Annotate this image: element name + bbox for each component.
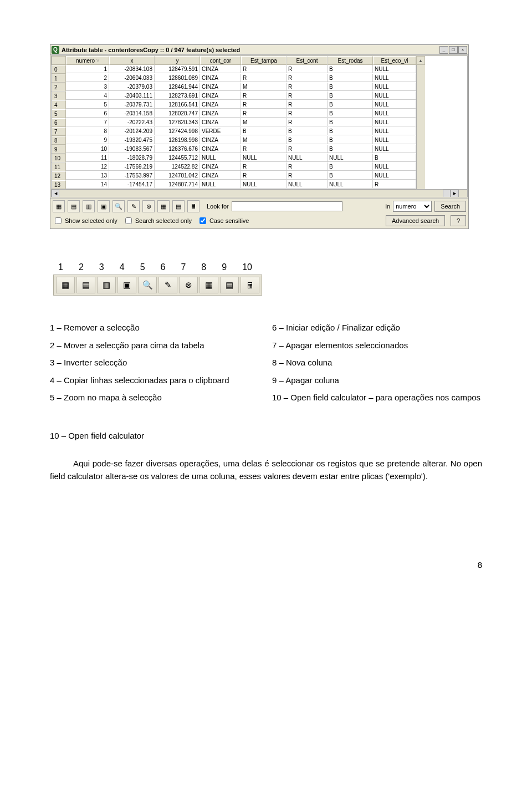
cell[interactable]: R <box>373 180 416 189</box>
cell[interactable]: 128479.591 <box>155 65 200 73</box>
cell[interactable]: B <box>328 83 373 91</box>
cell[interactable]: CINZA <box>200 171 241 180</box>
toolbar-button-10-icon[interactable]: 🖩 <box>241 277 259 293</box>
cell[interactable]: 7 <box>66 118 109 126</box>
cell[interactable]: CINZA <box>200 109 241 118</box>
cell[interactable]: R <box>241 65 287 73</box>
vscroll-track[interactable] <box>416 136 425 145</box>
row-header[interactable]: 10 <box>52 154 66 162</box>
cell[interactable]: R <box>287 162 328 171</box>
cell[interactable]: 126376.676 <box>155 145 200 153</box>
row-header[interactable]: 11 <box>52 162 66 171</box>
toolbar-button-3-icon[interactable]: ▥ <box>97 277 116 293</box>
cell[interactable]: 3 <box>66 83 109 91</box>
col-header[interactable]: cont_cor <box>200 56 241 65</box>
cell[interactable]: R <box>287 145 328 153</box>
scroll-left-button[interactable]: ◀ <box>52 190 59 197</box>
cell[interactable]: NULL <box>373 109 416 118</box>
cell[interactable]: 12 <box>66 162 109 171</box>
toolbar-button-1-icon[interactable]: ▦ <box>56 277 75 293</box>
tool-calculator-icon[interactable]: 🖩 <box>187 200 200 212</box>
table-row[interactable]: 12-20604.033128601.089CINZARRBNULL <box>52 74 467 83</box>
cell[interactable]: NULL <box>241 154 287 162</box>
vscroll-track[interactable] <box>416 92 425 100</box>
window-minimize-button[interactable]: _ <box>439 46 448 54</box>
cell[interactable]: 10 <box>66 145 109 153</box>
horizontal-scrollbar[interactable]: ◀ ▶ <box>52 189 467 197</box>
vscroll-track[interactable] <box>416 127 425 136</box>
cell[interactable]: R <box>287 83 328 91</box>
table-row[interactable]: 67-20222.43127820.343CINZAMRBNULL <box>52 118 467 127</box>
cell[interactable]: -17454.17 <box>109 180 155 189</box>
cell[interactable]: B <box>328 92 373 100</box>
cell[interactable]: 124807.714 <box>155 180 200 189</box>
cell[interactable]: 2 <box>66 74 109 82</box>
cell[interactable]: R <box>287 65 328 73</box>
cell[interactable]: NULL <box>373 65 416 73</box>
window-close-button[interactable]: × <box>458 46 467 54</box>
cell[interactable]: R <box>287 118 328 126</box>
cell[interactable]: CINZA <box>200 118 241 126</box>
vscroll-track[interactable] <box>416 162 425 171</box>
cell[interactable]: B <box>241 127 287 135</box>
cell[interactable]: R <box>287 109 328 118</box>
cell[interactable]: 13 <box>66 171 109 180</box>
tool-invert-icon[interactable]: ▥ <box>83 200 95 212</box>
cell[interactable]: 128461.944 <box>155 83 200 91</box>
cell[interactable]: B <box>328 162 373 171</box>
vscroll-track[interactable] <box>416 180 425 189</box>
col-header[interactable]: Est_cont <box>287 56 328 65</box>
vscroll-track[interactable] <box>416 83 425 92</box>
cell[interactable]: -18028.79 <box>109 154 155 162</box>
cell[interactable]: NULL <box>287 180 328 189</box>
cell[interactable]: NULL <box>328 154 373 162</box>
row-header[interactable]: 9 <box>52 145 66 154</box>
cell[interactable]: R <box>241 74 287 82</box>
cell[interactable]: 9 <box>66 136 109 144</box>
cell[interactable]: -20604.033 <box>109 74 155 82</box>
cell[interactable]: R <box>241 109 287 118</box>
cell[interactable]: VERDE <box>200 127 241 135</box>
cell[interactable]: B <box>328 74 373 82</box>
search-button[interactable]: Search <box>434 201 466 212</box>
cell[interactable]: -17569.219 <box>109 162 155 171</box>
row-header[interactable]: 3 <box>52 92 66 100</box>
table-row[interactable]: 1112-17569.219124522.82CINZARRBNULL <box>52 162 467 171</box>
tool-copy-icon[interactable]: ▣ <box>98 200 110 212</box>
table-row[interactable]: 910-19083.567126376.676CINZARRBNULL <box>52 145 467 154</box>
col-header[interactable]: Est_tampa <box>241 56 287 65</box>
cell[interactable]: CINZA <box>200 162 241 171</box>
cell[interactable]: 128273.691 <box>155 92 200 100</box>
row-header[interactable]: 1 <box>52 74 66 83</box>
cell[interactable]: -17553.997 <box>109 171 155 180</box>
cell[interactable]: NULL <box>200 180 241 189</box>
cell[interactable]: 124455.712 <box>155 154 200 162</box>
col-header[interactable]: x <box>109 56 155 65</box>
cell[interactable]: R <box>287 171 328 180</box>
window-maximize-button[interactable]: □ <box>449 46 458 54</box>
cell[interactable]: NULL <box>373 83 416 91</box>
scroll-up-button[interactable]: ▲ <box>416 56 425 65</box>
table-row[interactable]: 23-20379.03128461.944CINZAMRBNULL <box>52 83 467 92</box>
advanced-search-button[interactable]: Advanced search <box>386 215 445 226</box>
row-header[interactable]: 4 <box>52 100 66 109</box>
cell[interactable]: B <box>328 118 373 126</box>
cell[interactable]: 128166.541 <box>155 100 200 109</box>
help-button[interactable]: ? <box>451 215 466 226</box>
cell[interactable]: B <box>328 65 373 73</box>
cell[interactable]: M <box>241 136 287 144</box>
vscroll-track[interactable] <box>416 109 425 118</box>
cell[interactable]: NULL <box>373 136 416 144</box>
cell[interactable]: R <box>287 92 328 100</box>
cell[interactable]: NULL <box>373 100 416 109</box>
search-selected-checkbox[interactable]: Search selected only <box>123 216 192 226</box>
cell[interactable]: 6 <box>66 109 109 118</box>
col-header[interactable]: Est_rodas <box>328 56 373 65</box>
cell[interactable]: B <box>328 145 373 153</box>
vscroll-track[interactable] <box>416 145 425 154</box>
cell[interactable]: 4 <box>66 92 109 100</box>
cell[interactable]: M <box>241 83 287 91</box>
toolbar-button-5-icon[interactable]: 🔍 <box>138 277 157 293</box>
cell[interactable]: NULL <box>373 162 416 171</box>
vscroll-track[interactable] <box>416 118 425 127</box>
